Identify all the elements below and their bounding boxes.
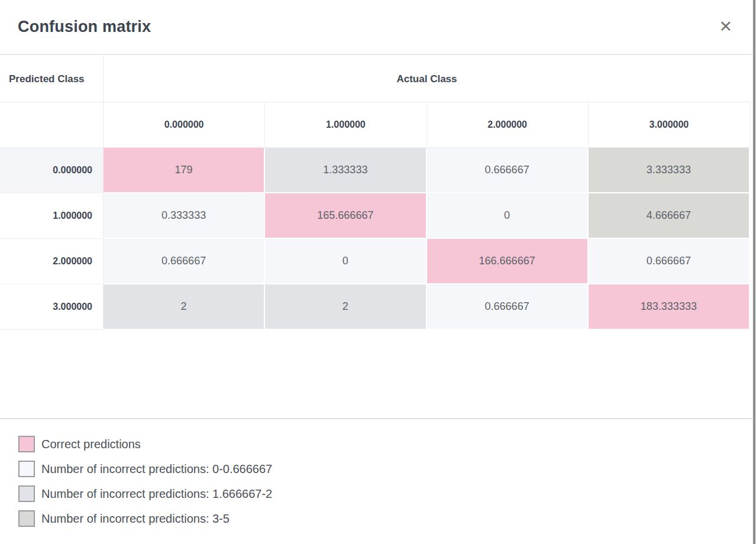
table-row: 2.000000 0.666667 0 166.666667 0.666667: [0, 239, 750, 284]
row-header: 3.000000: [0, 284, 104, 330]
legend-label: Number of incorrect predictions: 0-0.666…: [41, 462, 272, 476]
table-row: 0.000000 179 1.333333 0.666667 3.333333: [0, 148, 750, 193]
dialog-header: Confusion matrix ✕: [0, 0, 756, 55]
matrix-cell: 1.333333: [265, 148, 427, 193]
legend-item-bucket1: Number of incorrect predictions: 1.66666…: [18, 485, 272, 502]
col-header: 2.000000: [427, 102, 589, 148]
col-header: 3.000000: [589, 102, 750, 148]
matrix-cell: 0: [265, 239, 427, 284]
bucket0-swatch-icon: [18, 461, 35, 477]
table-row: 1.000000 0.333333 165.666667 0 4.666667: [0, 193, 750, 239]
matrix-cell: 165.666667: [265, 193, 427, 239]
matrix-cell: 3.333333: [589, 148, 750, 193]
bucket1-swatch-icon: [18, 485, 35, 502]
matrix-cell: 4.666667: [589, 193, 750, 239]
matrix-cell: 166.666667: [427, 239, 589, 284]
matrix-cell: 179: [104, 148, 265, 193]
matrix-cell: 0.666667: [427, 148, 589, 193]
matrix-cell: 2: [104, 284, 265, 330]
matrix-cell: 0.666667: [589, 239, 750, 284]
row-header: 0.000000: [0, 148, 104, 193]
col-header: 0.000000: [104, 102, 265, 148]
matrix-cell: 0: [427, 193, 589, 239]
legend-item-bucket2: Number of incorrect predictions: 3-5: [18, 510, 272, 527]
legend-divider: [0, 418, 756, 419]
matrix-cell: 0.666667: [104, 239, 265, 284]
scrollbar-track[interactable]: [752, 0, 756, 544]
row-header: 1.000000: [0, 193, 104, 239]
matrix-cell: 183.333333: [589, 284, 750, 330]
legend: Correct predictions Number of incorrect …: [18, 436, 272, 527]
row-header: 2.000000: [0, 239, 104, 284]
legend-label: Number of incorrect predictions: 1.66666…: [41, 487, 272, 501]
row-axis-label: Predicted Class: [0, 56, 104, 102]
correct-swatch-icon: [18, 436, 35, 452]
close-icon[interactable]: ✕: [719, 19, 732, 35]
confusion-matrix-table: Predicted Class Actual Class 0.000000 1.…: [0, 56, 750, 330]
corner-stub: [0, 102, 104, 148]
matrix-cell: 2: [265, 284, 427, 330]
bucket2-swatch-icon: [18, 510, 35, 527]
matrix-cell: 0.333333: [104, 193, 265, 239]
table-row: 3.000000 2 2 0.666667 183.333333: [0, 284, 750, 330]
legend-label: Number of incorrect predictions: 3-5: [41, 512, 230, 526]
dialog-title: Confusion matrix: [18, 18, 151, 36]
scrollbar-thumb[interactable]: [753, 0, 755, 544]
col-axis-label: Actual Class: [104, 56, 750, 102]
legend-item-bucket0: Number of incorrect predictions: 0-0.666…: [18, 461, 272, 477]
legend-item-correct: Correct predictions: [18, 436, 272, 452]
matrix-cell: 0.666667: [427, 284, 589, 330]
legend-label: Correct predictions: [41, 438, 141, 451]
col-header: 1.000000: [265, 102, 427, 148]
